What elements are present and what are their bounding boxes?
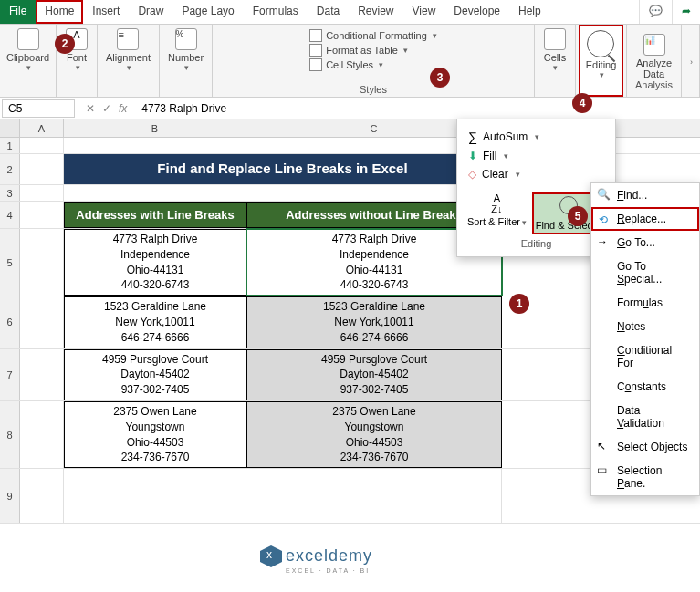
menu-cond-format[interactable]: Conditional For	[591, 338, 699, 375]
tab-developer[interactable]: Develope	[444, 0, 509, 24]
title-cell[interactable]: Find and Replace Line Breaks in Excel	[64, 154, 502, 184]
data-cell[interactable]: 2375 Owen LaneYoungstownOhio-44503234-73…	[64, 401, 246, 468]
row-header[interactable]: 2	[0, 154, 20, 184]
name-box[interactable]: C5	[2, 99, 75, 118]
menu-constants[interactable]: Constants	[591, 375, 699, 399]
data-cell[interactable]: 1523 Geraldine LaneNew York,10011646-274…	[246, 296, 502, 348]
find-select-menu: 🔍Find... ⟲Replace... →Go To... Go To Spe…	[590, 182, 700, 496]
header-cell-b[interactable]: Addresses with Line Breaks	[64, 202, 246, 228]
col-header-a[interactable]: A	[20, 119, 64, 137]
share-button[interactable]: ➦	[672, 0, 700, 24]
menu-find[interactable]: 🔍Find...	[591, 183, 699, 207]
tab-data[interactable]: Data	[308, 0, 349, 24]
comments-button[interactable]: 💬	[639, 0, 672, 24]
enter-formula-icon[interactable]: ✓	[102, 102, 111, 115]
row-header[interactable]: 9	[0, 469, 20, 523]
goto-icon: →	[597, 235, 610, 248]
tab-insert[interactable]: Insert	[83, 0, 129, 24]
row-header[interactable]: 7	[0, 349, 20, 400]
tab-draw[interactable]: Draw	[129, 0, 172, 24]
tab-formulas[interactable]: Formulas	[244, 0, 308, 24]
autosum-button[interactable]: ∑AutoSum ▾	[465, 127, 608, 147]
sort-icon: AZ↓	[485, 192, 508, 216]
tab-page-layout[interactable]: Page Layo	[172, 0, 243, 24]
logo-icon	[260, 545, 282, 567]
data-cell[interactable]: 4959 Pursglove CourtDayton-45402937-302-…	[64, 349, 246, 400]
data-cell[interactable]: 4773 Ralph DriveIndependenceOhio-4413144…	[64, 229, 246, 296]
conditional-formatting-button[interactable]: Conditional Formatting▾	[309, 28, 437, 43]
logo-subtitle: EXCEL · DATA · BI	[286, 567, 372, 574]
menu-replace[interactable]: ⟲Replace...	[591, 207, 699, 231]
alignment-button[interactable]: ≡Alignment▾	[106, 28, 151, 72]
analyze-data-button[interactable]: 📊Analyze Data	[634, 34, 674, 79]
menu-goto-special[interactable]: Go To Special...	[591, 254, 699, 291]
data-cell[interactable]: 4959 Pursglove CourtDayton-45402937-302-…	[246, 349, 502, 400]
cursor-icon: ↖	[597, 440, 610, 452]
row-header[interactable]: 3	[0, 185, 20, 201]
replace-icon: ⟲	[599, 213, 611, 226]
menu-data-validation[interactable]: Data Validation	[591, 399, 699, 435]
magnifier-icon	[587, 30, 614, 57]
cell-styles-button[interactable]: Cell Styles▾	[309, 57, 437, 72]
fx-icon[interactable]: fx	[119, 102, 127, 115]
row-header[interactable]: 1	[0, 138, 20, 153]
tab-file[interactable]: File	[0, 0, 36, 24]
ribbon-tabs: File Home Insert Draw Page Layo Formulas…	[0, 0, 700, 25]
sort-filter-button[interactable]: AZ↓ Sort & Filter▾	[467, 192, 527, 234]
menu-notes[interactable]: Notes	[591, 315, 699, 338]
data-cell[interactable]: 1523 Geraldine LaneNew York,10011646-274…	[64, 296, 246, 348]
menu-selection-pane[interactable]: ▭Selection Pane.	[591, 459, 699, 495]
menu-select-objects[interactable]: ↖Select Objects	[591, 435, 699, 459]
eraser-icon: ◇	[468, 168, 476, 181]
pane-icon: ▭	[597, 463, 610, 476]
row-header[interactable]: 8	[0, 401, 20, 468]
ribbon-body: Clipboard▾ AFont▾ ≡Alignment▾ %Number▾ C…	[0, 25, 700, 98]
cancel-formula-icon[interactable]: ✕	[86, 102, 95, 115]
logo: exceldemy EXCEL · DATA · BI	[260, 545, 372, 574]
cells-icon	[544, 28, 566, 50]
ribbon-more-button[interactable]: ›	[690, 57, 693, 67]
fill-icon: ⬇	[468, 150, 477, 162]
select-all-corner[interactable]	[0, 119, 20, 137]
tab-review[interactable]: Review	[349, 0, 402, 24]
clipboard-button[interactable]: Clipboard▾	[6, 28, 49, 72]
alignment-icon: ≡	[117, 28, 139, 50]
tab-help[interactable]: Help	[509, 0, 550, 24]
row-header[interactable]: 5	[0, 229, 20, 296]
tab-home[interactable]: Home	[36, 0, 83, 24]
editing-button[interactable]: Editing▾	[579, 25, 624, 97]
col-header-b[interactable]: B	[64, 119, 246, 137]
fill-button[interactable]: ⬇Fill ▾	[465, 147, 608, 165]
editing-dropdown-label: Editing	[465, 234, 608, 249]
clear-button[interactable]: ◇Clear ▾	[465, 165, 608, 183]
clipboard-icon	[17, 28, 39, 50]
sigma-icon: ∑	[468, 130, 477, 144]
tab-view[interactable]: View	[403, 0, 445, 24]
formula-bar: C5 ✕ ✓ fx 4773 Ralph Drive	[0, 98, 700, 119]
table-icon	[309, 44, 322, 57]
cond-fmt-icon	[309, 29, 322, 42]
analyze-icon: 📊	[643, 34, 665, 56]
row-header[interactable]: 6	[0, 296, 20, 348]
number-button[interactable]: %Number▾	[168, 28, 204, 72]
formula-input[interactable]: 4773 Ralph Drive	[136, 100, 700, 117]
menu-formulas[interactable]: Formulas	[591, 291, 699, 315]
data-cell[interactable]: 2375 Owen LaneYoungstownOhio-44503234-73…	[246, 401, 502, 468]
menu-goto[interactable]: →Go To...	[591, 231, 699, 254]
number-icon: %	[175, 28, 197, 50]
cell-styles-icon	[309, 58, 322, 71]
cells-button[interactable]: Cells▾	[544, 28, 566, 72]
row-header[interactable]: 4	[0, 202, 20, 228]
analysis-group-label: Analysis	[635, 79, 673, 90]
search-icon: 🔍	[597, 188, 610, 201]
styles-group-label: Styles	[360, 84, 387, 95]
format-as-table-button[interactable]: Format as Table▾	[309, 43, 437, 57]
